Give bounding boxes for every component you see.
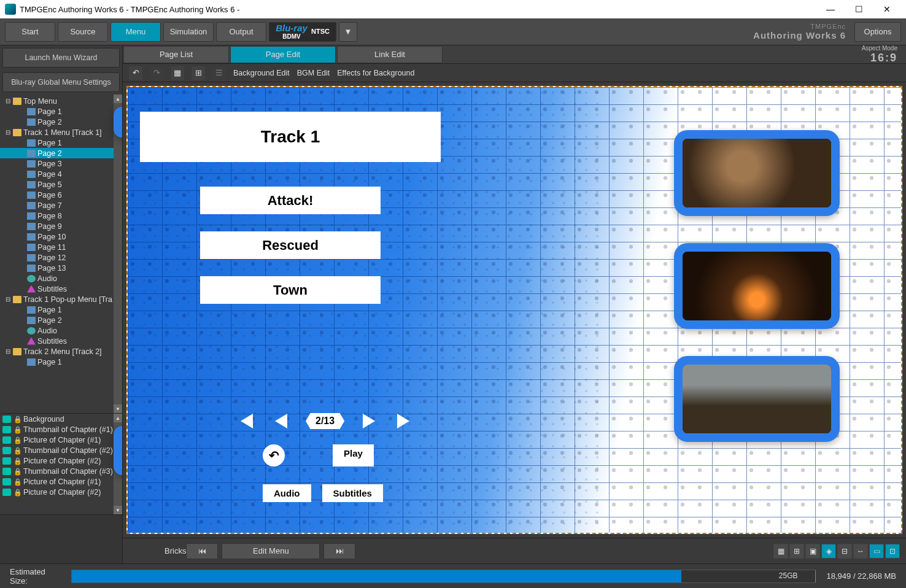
link-edit-tab[interactable]: Link Edit	[337, 46, 443, 63]
tree-item[interactable]: Page 1	[0, 106, 122, 117]
visibility-icon[interactable]	[2, 426, 11, 433]
chapter-thumb-1[interactable]	[674, 130, 840, 216]
subtitles-button[interactable]: Subtitles	[322, 484, 383, 502]
tree-item[interactable]: Subtitles	[0, 336, 122, 346]
tree-item[interactable]: Page 10	[0, 231, 122, 242]
collapse-icon[interactable]: ⊟	[5, 98, 11, 104]
tree-scrollbar[interactable]: ▲ ▼	[114, 95, 122, 413]
back-icon[interactable]: ↶	[263, 444, 285, 466]
collapse-icon[interactable]: ⊟	[5, 129, 11, 136]
collapse-icon[interactable]: ⊟	[5, 348, 11, 355]
tree-item[interactable]: Audio	[0, 325, 122, 336]
visibility-icon[interactable]	[2, 478, 11, 485]
tree-folder[interactable]: ⊟Track 1 Menu [Track 1]	[0, 127, 122, 137]
source-tab[interactable]: Source	[58, 22, 108, 42]
last-icon[interactable]	[395, 411, 416, 431]
maximize-button[interactable]: ☐	[845, 0, 873, 18]
tree-item[interactable]: Page 4	[0, 169, 122, 179]
tree-folder[interactable]: ⊟Top Menu	[0, 96, 122, 106]
scroll-up-icon[interactable]: ▲	[114, 95, 122, 103]
tree-item[interactable]: Page 2	[0, 315, 122, 325]
format-dropdown[interactable]: ▼	[339, 22, 357, 42]
simulation-tab[interactable]: Simulation	[163, 22, 214, 42]
layers-panel[interactable]: ▲ ▼ 🔒Background🔒Thumbnail of Chapter (#1…	[0, 413, 122, 514]
tree-item[interactable]: Page 1	[0, 137, 122, 148]
grid2-icon[interactable]: ⊞	[789, 544, 804, 559]
height-icon[interactable]: ↔	[853, 544, 868, 559]
minimize-button[interactable]: —	[816, 0, 845, 18]
chapter-thumb-3[interactable]	[674, 356, 840, 442]
layer-row[interactable]: 🔒Picture of Chapter (#1)	[0, 435, 122, 445]
page-edit-tab[interactable]: Page Edit	[230, 46, 336, 63]
scroll-down-icon[interactable]: ▼	[114, 404, 122, 413]
visibility-icon[interactable]	[2, 468, 11, 475]
options-button[interactable]: Options	[854, 22, 901, 42]
tree-folder[interactable]: ⊟Track 1 Pop-up Menu [Tra	[0, 294, 122, 304]
tree-item[interactable]: Page 12	[0, 252, 122, 263]
tree-item[interactable]: Page 3	[0, 158, 122, 169]
format-indicator[interactable]: Blu-ray BDMV NTSC	[269, 22, 336, 42]
prev-page-button[interactable]: ⏮	[186, 543, 218, 559]
first-icon[interactable]	[234, 411, 255, 431]
layer-row[interactable]: 🔒Thumbnail of Chapter (#1)	[0, 424, 122, 435]
lock-icon[interactable]: 🔒	[14, 468, 21, 475]
scroll-thumb[interactable]	[114, 107, 122, 137]
layer-row[interactable]: 🔒Picture of Chapter (#2)	[0, 487, 122, 497]
tree-item[interactable]: Page 2	[0, 148, 122, 158]
tree-item[interactable]: Page 11	[0, 242, 122, 252]
layers-scrollbar[interactable]: ▲ ▼	[114, 414, 122, 514]
fit-icon[interactable]: ▭	[869, 544, 884, 559]
tree-item[interactable]: Page 8	[0, 211, 122, 221]
scroll-down-icon[interactable]: ▼	[114, 506, 122, 514]
tree-item[interactable]: Page 6	[0, 190, 122, 200]
tool-icon-2[interactable]: ⊞	[192, 66, 205, 80]
launch-wizard-button[interactable]: Launch Menu Wizard	[2, 48, 120, 68]
next-icon[interactable]	[362, 411, 377, 431]
start-tab[interactable]: Start	[5, 22, 55, 42]
safezone-icon[interactable]: ▣	[805, 544, 820, 559]
visibility-icon[interactable]	[2, 447, 11, 454]
next-page-button[interactable]: ⏭	[323, 543, 355, 559]
tree-item[interactable]: Subtitles	[0, 284, 122, 294]
visibility-icon[interactable]	[2, 416, 11, 423]
tree-item[interactable]: Audio	[0, 273, 122, 284]
collapse-icon[interactable]: ⊟	[5, 296, 11, 303]
menu-title[interactable]: Track 1	[140, 112, 441, 162]
background-edit-button[interactable]: Background Edit	[233, 69, 290, 77]
layer-row[interactable]: 🔒Thumbnail of Chapter (#2)	[0, 445, 122, 455]
layer-row[interactable]: 🔒Background	[0, 414, 122, 424]
lock-icon[interactable]: 🔒	[14, 426, 21, 433]
lock-icon[interactable]: 🔒	[14, 478, 21, 485]
lock-icon[interactable]: 🔒	[14, 416, 21, 423]
output-tab[interactable]: Output	[216, 22, 266, 42]
tree-item[interactable]: Page 1	[0, 357, 122, 367]
layout-icon[interactable]: ⊟	[837, 544, 852, 559]
tree-item[interactable]: Page 2	[0, 117, 122, 127]
tree-item[interactable]: Page 9	[0, 221, 122, 231]
grid-icon[interactable]: ▦	[773, 544, 788, 559]
menu-item-1[interactable]: Attack!	[200, 187, 381, 214]
select-icon[interactable]: ◈	[821, 544, 836, 559]
tree-item[interactable]: Page 1	[0, 304, 122, 315]
lock-icon[interactable]: 🔒	[14, 457, 21, 465]
effects-button[interactable]: Effects for Background	[337, 69, 414, 77]
play-button[interactable]: Play	[333, 444, 374, 466]
tree-folder[interactable]: ⊟Track 2 Menu [Track 2]	[0, 346, 122, 357]
close-button[interactable]: ✕	[873, 0, 901, 18]
global-settings-button[interactable]: Blu-ray Global Menu Settings	[2, 72, 120, 92]
menu-item-2[interactable]: Rescued	[200, 231, 381, 259]
scroll-thumb[interactable]	[114, 426, 122, 475]
undo-icon[interactable]: ↶	[129, 66, 142, 80]
menu-stage[interactable]: Track 1 Attack! Rescued Town 2/13	[126, 86, 902, 534]
edit-menu-button[interactable]: Edit Menu	[222, 543, 320, 559]
tool-icon-3[interactable]: ☰	[212, 66, 226, 80]
visibility-icon[interactable]	[2, 457, 11, 465]
layer-row[interactable]: 🔒Thumbnail of Chapter (#3)	[0, 466, 122, 476]
zoom-icon[interactable]: ⊡	[885, 544, 900, 559]
scroll-up-icon[interactable]: ▲	[114, 414, 122, 422]
layer-row[interactable]: 🔒Picture of Chapter (#1)	[0, 476, 122, 487]
tool-icon-1[interactable]: ▦	[171, 66, 184, 80]
tree-item[interactable]: Page 7	[0, 200, 122, 211]
layer-row[interactable]: 🔒Picture of Chapter (#2)	[0, 455, 122, 466]
prev-icon[interactable]	[273, 411, 288, 431]
